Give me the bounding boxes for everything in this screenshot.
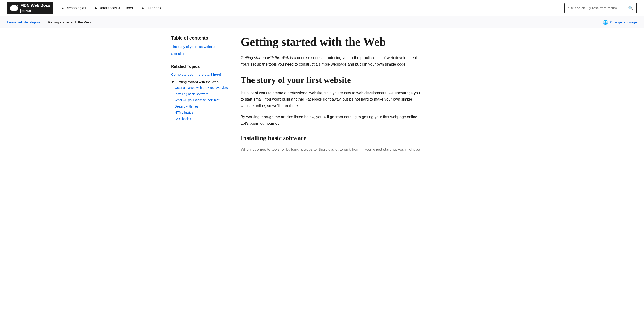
related-section-label: Getting started with the Web [176, 80, 218, 84]
main-nav: ▶ Technologies ▶ References & Guides ▶ F… [62, 6, 556, 10]
related-topics-title: Related Topics [171, 64, 230, 69]
sub-link-css[interactable]: CSS basics [175, 117, 230, 121]
section1-para1: It's a lot of work to create a professio… [241, 90, 422, 110]
search-bar: 🔍 [564, 3, 637, 13]
section2-para: When it comes to tools for building a we… [241, 146, 422, 153]
related-section-arrow: ▼ [171, 80, 174, 84]
main-layout: Table of contents The story of your firs… [164, 28, 480, 160]
logo-subtitle: mozil/a [20, 8, 50, 13]
search-input[interactable] [565, 4, 625, 12]
sub-link-installing[interactable]: Installing basic software [175, 92, 230, 96]
nav-feedback[interactable]: ▶ Feedback [142, 6, 161, 10]
sub-link-html[interactable]: HTML basics [175, 110, 230, 115]
nav-arrow-feedback: ▶ [142, 6, 144, 10]
breadcrumb-separator: › [45, 20, 46, 24]
nav-arrow-references: ▶ [95, 6, 97, 10]
sub-link-files[interactable]: Dealing with files [175, 104, 230, 109]
breadcrumb: Learn web development › Getting started … [7, 20, 90, 24]
intro-paragraph: Getting started with the Web is a concis… [241, 55, 422, 68]
change-language-link[interactable]: 🌐 Change language [603, 20, 637, 25]
sidebar: Table of contents The story of your firs… [171, 36, 230, 153]
toc-title: Table of contents [171, 36, 230, 41]
mdn-logo-icon [10, 4, 18, 13]
nav-arrow-technologies: ▶ [62, 6, 64, 10]
nav-references-label: References & Guides [98, 6, 133, 10]
breadcrumb-bar: Learn web development › Getting started … [0, 16, 644, 28]
logo-text: MDN Web Docs mozil/a [20, 3, 50, 13]
intro-italic: Getting started with the Web [241, 56, 289, 60]
page-title: Getting started with the Web [241, 36, 422, 48]
section1-para2: By working through the articles listed b… [241, 114, 422, 127]
section1-title: The story of your first website [241, 75, 422, 86]
section2-title: Installing basic software [241, 134, 422, 142]
toc-link-first-website[interactable]: The story of your first website [171, 44, 230, 49]
main-content: Getting started with the Web Getting sta… [241, 36, 422, 153]
change-language-label: Change language [610, 20, 637, 24]
nav-technologies-label: Technologies [65, 6, 86, 10]
breadcrumb-current: Getting started with the Web [48, 20, 90, 24]
complete-beginners-link[interactable]: Complete beginners start here! [171, 72, 230, 76]
related-section-header[interactable]: ▼ Getting started with the Web [171, 80, 230, 84]
breadcrumb-parent-link[interactable]: Learn web development [7, 20, 44, 24]
nav-references-guides[interactable]: ▶ References & Guides [95, 6, 133, 10]
sub-link-look[interactable]: What will your website look like? [175, 98, 230, 102]
nav-technologies[interactable]: ▶ Technologies [62, 6, 86, 10]
main-header: MDN Web Docs mozil/a ▶ Technologies ▶ Re… [0, 0, 644, 16]
nav-feedback-label: Feedback [145, 6, 161, 10]
sub-link-overview[interactable]: Getting started with the Web overview [175, 86, 230, 90]
search-button[interactable]: 🔍 [625, 4, 636, 13]
toc-link-see-also[interactable]: See also [171, 51, 230, 56]
related-sub-links: Getting started with the Web overview In… [171, 86, 230, 121]
related-section: ▼ Getting started with the Web Getting s… [171, 80, 230, 121]
logo-link[interactable]: MDN Web Docs mozil/a [7, 2, 53, 14]
globe-icon: 🌐 [603, 20, 608, 25]
logo-title: MDN Web Docs [20, 3, 50, 8]
